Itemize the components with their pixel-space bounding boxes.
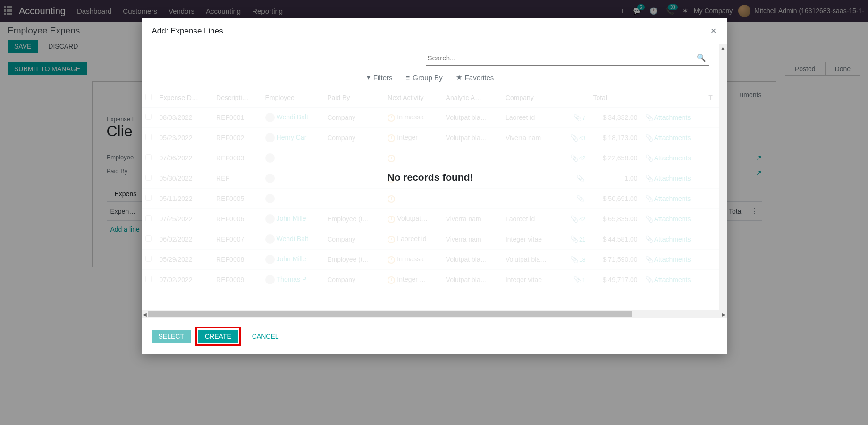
modal-overlay: Add: Expense Lines × ▲ ▼ 🔍 ▾ Filter (0, 0, 868, 22)
expense-lines-dialog: Add: Expense Lines × ▲ ▼ 🔍 ▾ Filter (142, 18, 727, 22)
